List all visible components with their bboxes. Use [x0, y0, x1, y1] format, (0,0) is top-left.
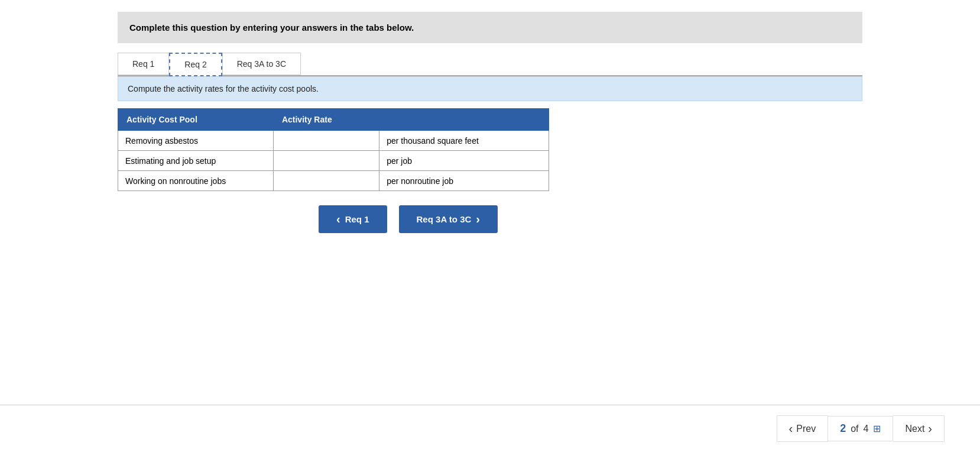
- of-text: of: [851, 424, 858, 434]
- bottom-nav-bar: ‹ Prev 2 of 4 ⊞ Next ›: [0, 405, 980, 452]
- table-row: Removing asbestos per thousand square fe…: [118, 131, 549, 151]
- instruction-banner-text: Complete this question by entering your …: [129, 22, 414, 33]
- pool-label-1: Removing asbestos: [118, 131, 274, 151]
- tabs-container: Req 1 Req 2 Req 3A to 3C: [118, 53, 862, 76]
- pool-label-3: Working on nonroutine jobs: [118, 171, 274, 191]
- tab-req3a3c[interactable]: Req 3A to 3C: [222, 53, 301, 75]
- arrow-right-icon: [476, 212, 480, 226]
- nav-buttons: Req 1 Req 3A to 3C: [319, 205, 862, 233]
- col-header-rate: Activity Rate: [273, 109, 549, 131]
- rate-input-1[interactable]: [274, 131, 379, 150]
- rate-input-2[interactable]: [274, 151, 379, 170]
- tab-req1[interactable]: Req 1: [118, 53, 169, 75]
- req3a3c-nav-button[interactable]: Req 3A to 3C: [399, 205, 498, 233]
- unit-label-2: per job: [379, 151, 549, 171]
- total-pages: 4: [864, 424, 869, 434]
- table-row: Working on nonroutine jobs per nonroutin…: [118, 171, 549, 191]
- arrow-left-icon: [336, 212, 340, 226]
- page-info: 2 of 4 ⊞: [828, 416, 893, 441]
- pool-label-2: Estimating and job setup: [118, 151, 274, 171]
- rate-input-cell-2[interactable]: [273, 151, 379, 171]
- prev-button[interactable]: ‹ Prev: [777, 415, 829, 442]
- rate-input-3[interactable]: [274, 171, 379, 191]
- col-header-pool: Activity Cost Pool: [118, 109, 274, 131]
- rate-input-cell-1[interactable]: [273, 131, 379, 151]
- req3a3c-btn-label: Req 3A to 3C: [417, 214, 472, 224]
- next-label: Next: [905, 424, 924, 434]
- activity-table: Activity Cost Pool Activity Rate Removin…: [118, 108, 549, 191]
- tab-req2[interactable]: Req 2: [169, 53, 222, 76]
- table-row: Estimating and job setup per job: [118, 151, 549, 171]
- prev-label: Prev: [796, 424, 816, 434]
- next-arrow-icon: ›: [928, 422, 932, 435]
- grid-icon[interactable]: ⊞: [873, 423, 881, 434]
- activity-instruction: Compute the activity rates for the activ…: [118, 76, 862, 101]
- req1-nav-button[interactable]: Req 1: [319, 205, 387, 233]
- instruction-banner: Complete this question by entering your …: [118, 12, 862, 43]
- unit-label-3: per nonroutine job: [379, 171, 549, 191]
- rate-input-cell-3[interactable]: [273, 171, 379, 191]
- prev-arrow-icon: ‹: [789, 422, 793, 435]
- unit-label-1: per thousand square feet: [379, 131, 549, 151]
- req1-btn-label: Req 1: [345, 214, 369, 224]
- current-page: 2: [840, 422, 846, 435]
- next-button[interactable]: Next ›: [893, 415, 945, 442]
